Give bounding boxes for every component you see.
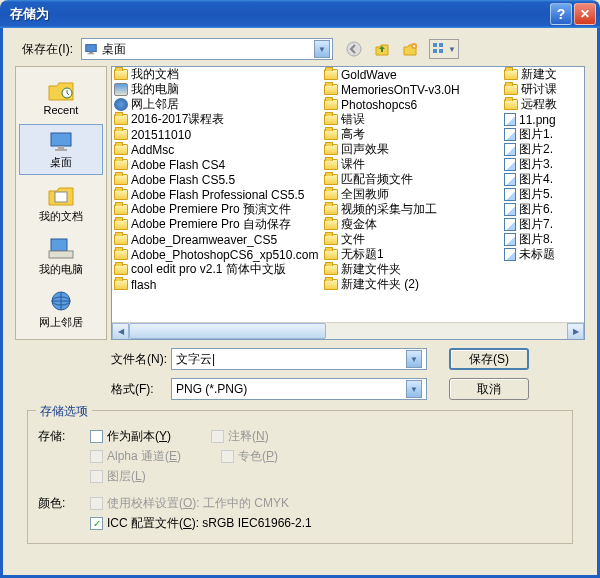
folder-icon xyxy=(114,129,128,140)
file-item[interactable]: 图片5. xyxy=(502,187,584,202)
file-item-label: flash xyxy=(131,278,156,292)
file-item[interactable]: Adobe Premiere Pro 预演文件 xyxy=(112,202,322,217)
scroll-right-button[interactable]: ▶ xyxy=(567,323,584,340)
file-item[interactable]: 未标题 xyxy=(502,247,584,262)
file-item[interactable]: Adobe_PhotoshopCS6_xp510.com xyxy=(112,247,322,262)
file-item[interactable]: 图片7. xyxy=(502,217,584,232)
file-item[interactable]: 网上邻居 xyxy=(112,97,322,112)
svg-rect-9 xyxy=(439,49,443,53)
scrollbar-thumb[interactable] xyxy=(129,323,326,339)
file-item[interactable]: 新建文 xyxy=(502,67,584,82)
file-item[interactable]: 课件 xyxy=(322,157,502,172)
file-item-label: 新建文件夹 (2) xyxy=(341,277,419,292)
file-item[interactable]: 201511010 xyxy=(112,127,322,142)
file-item-label: 图片2. xyxy=(519,142,553,157)
file-item[interactable]: flash xyxy=(112,277,322,292)
folder-icon xyxy=(504,69,518,80)
alpha-checkbox xyxy=(90,450,103,463)
filename-input[interactable]: 文字云| ▼ xyxy=(171,348,427,370)
proof-label: 使用校样设置(O): 工作中的 CMYK xyxy=(107,495,289,512)
file-item[interactable]: 瘦金体 xyxy=(322,217,502,232)
file-item[interactable]: 错误 xyxy=(322,112,502,127)
file-item[interactable]: 回声效果 xyxy=(322,142,502,157)
file-item[interactable]: 我的文档 xyxy=(112,67,322,82)
icc-checkbox[interactable]: ✓ xyxy=(90,517,103,530)
save-button[interactable]: 保存(S) xyxy=(449,348,529,370)
horizontal-scrollbar[interactable]: ◀ ▶ xyxy=(112,322,584,339)
spot-checkbox xyxy=(221,450,234,463)
chevron-down-icon[interactable]: ▼ xyxy=(406,380,422,398)
folder-icon xyxy=(114,144,128,155)
file-item[interactable]: 11.png xyxy=(502,112,584,127)
place-mycomputer[interactable]: 我的电脑 xyxy=(19,231,103,282)
file-item[interactable]: Adobe Flash Professional CS5.5 xyxy=(112,187,322,202)
lookin-combo[interactable]: 桌面 ▼ xyxy=(81,38,333,60)
file-item[interactable]: 远程教 xyxy=(502,97,584,112)
file-item[interactable]: 图片6. xyxy=(502,202,584,217)
file-item[interactable]: AddMsc xyxy=(112,142,322,157)
format-combo[interactable]: PNG (*.PNG) ▼ xyxy=(171,378,427,400)
file-item-label: 图片1. xyxy=(519,127,553,142)
file-item[interactable]: 2016-2017课程表 xyxy=(112,112,322,127)
file-item[interactable]: 视频的采集与加工 xyxy=(322,202,502,217)
image-file-icon xyxy=(504,248,516,261)
image-file-icon xyxy=(504,128,516,141)
folder-icon xyxy=(114,279,128,290)
file-item-label: 视频的采集与加工 xyxy=(341,202,437,217)
filename-label: 文件名(N): xyxy=(111,351,171,368)
chevron-down-icon[interactable]: ▼ xyxy=(406,350,422,368)
filename-value: 文字云| xyxy=(176,351,406,368)
file-item[interactable]: 文件 xyxy=(322,232,502,247)
image-file-icon xyxy=(504,218,516,231)
file-item[interactable]: 新建文件夹 xyxy=(322,262,502,277)
file-item[interactable]: Photoshopcs6 xyxy=(322,97,502,112)
file-item[interactable]: Adobe Flash CS5.5 xyxy=(112,172,322,187)
file-item[interactable]: 图片3. xyxy=(502,157,584,172)
folder-icon xyxy=(324,129,338,140)
up-one-level-icon[interactable] xyxy=(373,40,391,58)
file-item-label: MemoriesOnTV-v3.0H xyxy=(341,83,460,97)
file-item[interactable]: 图片8. xyxy=(502,232,584,247)
cancel-button[interactable]: 取消 xyxy=(449,378,529,400)
file-item[interactable]: GoldWave xyxy=(322,67,502,82)
file-item[interactable]: 图片1. xyxy=(502,127,584,142)
file-item-label: Adobe Premiere Pro 自动保存 xyxy=(131,217,291,232)
file-item[interactable]: Adobe Premiere Pro 自动保存 xyxy=(112,217,322,232)
file-item[interactable]: 新建文件夹 (2) xyxy=(322,277,502,292)
file-item[interactable]: 我的电脑 xyxy=(112,82,322,97)
new-folder-icon[interactable]: ✦ xyxy=(401,40,419,58)
folder-icon xyxy=(324,69,338,80)
file-item-label: Adobe Flash CS5.5 xyxy=(131,173,235,187)
file-item[interactable]: 研讨课 xyxy=(502,82,584,97)
file-item[interactable]: Adobe_Dreamweaver_CS5 xyxy=(112,232,322,247)
close-button[interactable]: ✕ xyxy=(574,3,596,25)
back-icon[interactable] xyxy=(345,40,363,58)
file-list-pane[interactable]: 我的文档我的电脑网上邻居2016-2017课程表201511010AddMscA… xyxy=(111,66,585,340)
view-menu-button[interactable]: ▼ xyxy=(429,39,459,59)
folder-icon xyxy=(114,159,128,170)
file-item[interactable]: 匹配音频文件 xyxy=(322,172,502,187)
file-item[interactable]: 全国教师 xyxy=(322,187,502,202)
color-label: 颜色: xyxy=(38,495,90,512)
place-network[interactable]: 网上邻居 xyxy=(19,284,103,335)
file-item[interactable]: 图片4. xyxy=(502,172,584,187)
place-mydocs[interactable]: 我的文档 xyxy=(19,177,103,228)
file-item[interactable]: 高考 xyxy=(322,127,502,142)
file-item[interactable]: Adobe Flash CS4 xyxy=(112,157,322,172)
place-recent[interactable]: Recent xyxy=(19,71,103,122)
proof-checkbox xyxy=(90,497,103,510)
place-desktop[interactable]: 桌面 xyxy=(19,124,103,175)
as-copy-checkbox[interactable] xyxy=(90,430,103,443)
help-button[interactable]: ? xyxy=(550,3,572,25)
file-item-label: 研讨课 xyxy=(521,82,557,97)
file-item[interactable]: cool edit pro v2.1 简体中文版 xyxy=(112,262,322,277)
folder-icon xyxy=(324,204,338,215)
chevron-down-icon[interactable]: ▼ xyxy=(314,40,330,58)
file-item-label: 匹配音频文件 xyxy=(341,172,413,187)
scroll-left-button[interactable]: ◀ xyxy=(112,323,129,340)
svg-rect-11 xyxy=(51,133,71,146)
file-item[interactable]: 图片2. xyxy=(502,142,584,157)
notes-checkbox xyxy=(211,430,224,443)
file-item[interactable]: MemoriesOnTV-v3.0H xyxy=(322,82,502,97)
file-item[interactable]: 无标题1 xyxy=(322,247,502,262)
